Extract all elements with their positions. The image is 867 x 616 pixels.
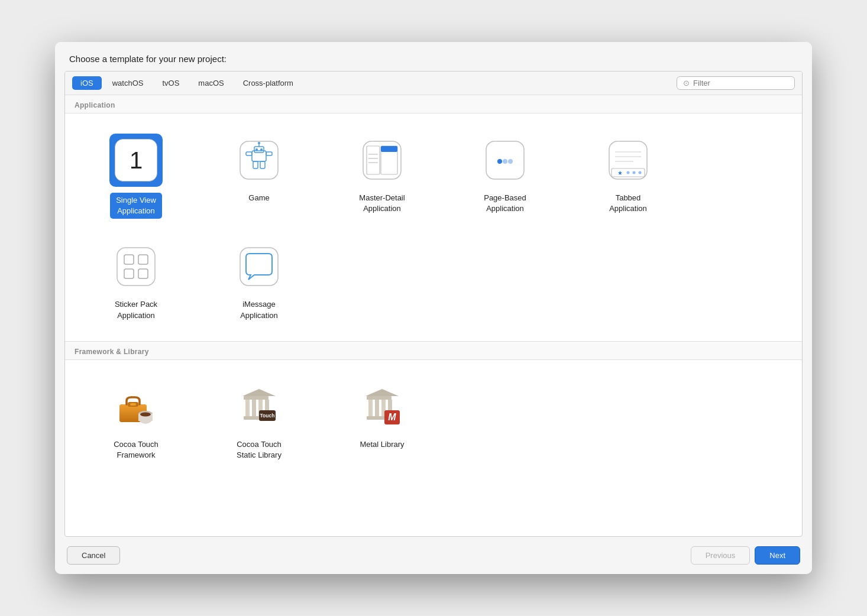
page-based-icon-wrapper xyxy=(478,134,532,187)
imessage-icon-wrapper xyxy=(232,240,286,293)
page-based-label: Page-BasedApplication xyxy=(484,193,526,214)
tabbed-icon: ★ xyxy=(607,139,649,181)
metal-library-label: Metal Library xyxy=(360,439,404,450)
svg-point-27 xyxy=(639,171,642,174)
metal-library-icon-wrapper: M xyxy=(355,380,409,433)
tab-macos[interactable]: macOS xyxy=(190,76,232,90)
svg-rect-40 xyxy=(130,403,136,406)
svg-point-44 xyxy=(140,412,151,416)
tabbed-icon-wrapper: ★ xyxy=(601,134,655,187)
svg-point-3 xyxy=(255,148,258,151)
footer-right: Previous Next xyxy=(691,546,800,565)
svg-text:M: M xyxy=(388,412,396,422)
master-detail-icon xyxy=(361,139,403,181)
master-detail-icon-wrapper xyxy=(355,134,409,187)
tab-tvos[interactable]: tvOS xyxy=(154,76,187,90)
imessage-icon xyxy=(238,245,280,288)
single-view-icon-wrapper: 1 xyxy=(109,134,163,187)
footer: Cancel Previous Next xyxy=(55,537,812,574)
svg-text:Touch: Touch xyxy=(260,413,275,419)
svg-rect-14 xyxy=(381,146,397,152)
svg-point-4 xyxy=(260,148,263,151)
imessage-label: iMessageApplication xyxy=(240,299,278,320)
tab-watchos[interactable]: watchOS xyxy=(104,76,152,90)
template-item-cocoa-static[interactable]: Touch Cocoa TouchStatic Library xyxy=(200,372,318,469)
game-icon xyxy=(238,139,280,181)
svg-rect-57 xyxy=(375,400,379,416)
svg-point-26 xyxy=(633,171,636,174)
metal-library-icon: M xyxy=(361,385,403,428)
template-item-single-view[interactable]: 1 Single ViewApplication xyxy=(77,125,195,227)
master-detail-label: Master-DetailApplication xyxy=(359,193,405,214)
game-label: Game xyxy=(248,193,269,203)
cocoa-framework-icon-wrapper xyxy=(109,380,163,433)
template-item-metal-library[interactable]: M Metal Library xyxy=(323,372,441,469)
cocoa-framework-icon xyxy=(115,385,157,428)
template-item-page-based[interactable]: Page-BasedApplication xyxy=(446,125,564,227)
filter-icon: ⊙ xyxy=(683,79,690,87)
template-item-imessage[interactable]: iMessageApplication xyxy=(200,232,318,329)
template-item-tabbed[interactable]: ★ TabbedApplication xyxy=(569,125,687,227)
svg-text:★: ★ xyxy=(617,170,623,176)
tab-cross-platform[interactable]: Cross-platform xyxy=(235,76,302,90)
content-area: iOS watchOS tvOS macOS Cross-platform ⊙ … xyxy=(64,71,803,537)
new-project-dialog: Choose a template for your new project: … xyxy=(55,42,812,574)
svg-marker-60 xyxy=(365,389,399,396)
template-item-cocoa-framework[interactable]: Cocoa TouchFramework xyxy=(77,372,195,469)
cocoa-static-icon: Touch xyxy=(238,385,280,428)
next-button[interactable]: Next xyxy=(755,546,800,565)
single-view-icon: 1 xyxy=(115,139,157,181)
game-icon-wrapper xyxy=(232,134,286,187)
cocoa-framework-label: Cocoa TouchFramework xyxy=(114,439,158,461)
svg-point-20 xyxy=(503,159,507,164)
svg-rect-47 xyxy=(245,400,250,416)
sticker-pack-icon xyxy=(115,245,157,288)
cocoa-static-icon-wrapper: Touch xyxy=(232,380,286,433)
svg-point-21 xyxy=(508,159,513,164)
svg-rect-55 xyxy=(367,396,392,400)
previous-button[interactable]: Previous xyxy=(691,546,750,565)
page-based-icon xyxy=(484,139,526,181)
tabbed-label: TabbedApplication xyxy=(609,193,647,214)
cancel-button[interactable]: Cancel xyxy=(67,546,120,565)
filter-container: ⊙ xyxy=(677,76,795,90)
sticker-pack-label: Sticker PackApplication xyxy=(115,299,157,320)
template-item-master-detail[interactable]: Master-DetailApplication xyxy=(323,125,441,227)
svg-rect-46 xyxy=(244,396,268,400)
sticker-pack-icon-wrapper xyxy=(109,240,163,293)
svg-point-19 xyxy=(497,159,502,164)
cocoa-static-label: Cocoa TouchStatic Library xyxy=(237,439,282,461)
application-section-header: Application xyxy=(65,95,802,114)
svg-marker-51 xyxy=(242,389,276,396)
svg-rect-48 xyxy=(252,400,256,416)
template-item-sticker-pack[interactable]: Sticker PackApplication xyxy=(77,232,195,329)
framework-items-grid: Cocoa TouchFramework xyxy=(65,360,802,481)
template-item-game[interactable]: Game xyxy=(200,125,318,227)
filter-input[interactable] xyxy=(693,79,788,87)
svg-point-10 xyxy=(258,142,260,144)
tab-ios[interactable]: iOS xyxy=(72,76,102,90)
svg-point-25 xyxy=(627,171,630,174)
svg-rect-31 xyxy=(117,248,155,286)
application-items-grid: 1 Single ViewApplication xyxy=(65,114,802,341)
svg-rect-56 xyxy=(368,400,373,416)
dialog-title: Choose a template for your new project: xyxy=(55,42,812,71)
single-view-label: Single ViewApplication xyxy=(110,193,162,219)
framework-section-header: Framework & Library xyxy=(65,342,802,360)
tabs-bar: iOS watchOS tvOS macOS Cross-platform ⊙ xyxy=(65,72,802,95)
